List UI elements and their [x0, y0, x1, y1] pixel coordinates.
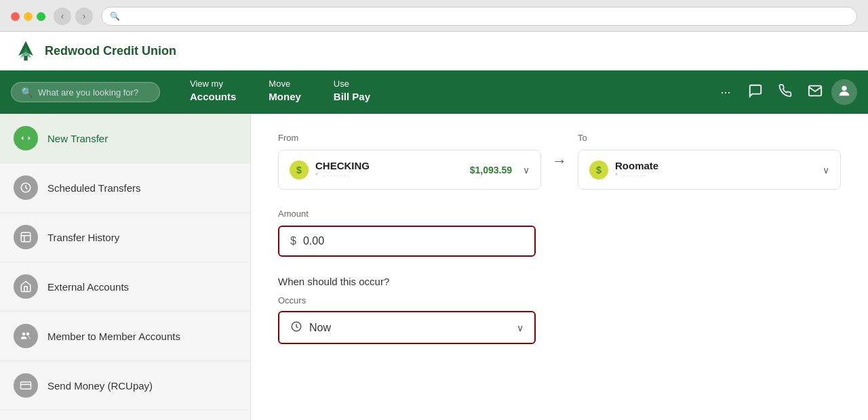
sidebar-item-new-transfer[interactable]: New Transfer	[0, 114, 250, 163]
search-icon: 🔍	[21, 87, 33, 98]
checking-balance: $1,093.59	[470, 165, 512, 175]
send-money-1-icon	[14, 373, 38, 398]
tab-move-money-bottom: Money	[269, 90, 301, 104]
sidebar-item-external-accounts[interactable]: External Accounts	[0, 262, 250, 312]
tab-move-money-top: Move	[269, 79, 290, 90]
nav-tabs: View my Accounts Move Money Use Bill Pay	[174, 70, 712, 114]
dollar-sign: $	[290, 235, 296, 247]
chat-icon	[748, 83, 763, 102]
to-label: To	[578, 133, 841, 143]
sidebar-label-transfer-history: Transfer History	[47, 232, 119, 243]
logo: Redwood Credit Union	[14, 39, 176, 63]
app-container: Redwood Credit Union 🔍 View my Accounts …	[0, 32, 868, 420]
from-account-card[interactable]: $ CHECKING * ········ $1,093.59 ∨	[278, 150, 541, 190]
roommate-number: * ·······	[615, 171, 816, 180]
to-chevron-icon: ∨	[823, 165, 829, 175]
tab-bill-pay-bottom: Bill Pay	[334, 90, 370, 104]
amount-input[interactable]	[303, 235, 524, 247]
roommate-name: Roomate	[615, 160, 816, 171]
more-icon: ···	[720, 85, 730, 100]
svg-point-6	[22, 333, 26, 336]
svg-point-3	[842, 85, 846, 90]
checking-number: * ········	[315, 171, 463, 180]
nav-actions: ···	[712, 79, 857, 106]
sidebar-label-new-transfer: New Transfer	[47, 133, 108, 144]
phone-icon	[778, 84, 792, 101]
tab-bill-pay-top: Use	[334, 79, 349, 90]
when-section: When should this occur? Occurs Now ∨	[278, 276, 841, 344]
transfer-arrow-icon: →	[552, 152, 567, 170]
search-input[interactable]	[38, 87, 150, 98]
minimize-button[interactable]	[24, 12, 33, 21]
sidebar-item-scheduled-transfers[interactable]: Scheduled Transfers	[0, 163, 250, 213]
svg-point-7	[26, 333, 30, 336]
when-label: When should this occur?	[278, 276, 841, 287]
chat-button[interactable]	[742, 79, 769, 106]
traffic-lights	[11, 12, 45, 21]
mail-icon	[808, 83, 823, 102]
sidebar: New Transfer Scheduled Transfers	[0, 114, 251, 420]
external-accounts-icon	[14, 274, 38, 299]
address-bar[interactable]: 🔍	[101, 7, 857, 26]
tab-move-money[interactable]: Move Money	[252, 70, 317, 114]
transfer-history-icon	[14, 225, 38, 249]
amount-label: Amount	[278, 209, 841, 219]
phone-button[interactable]	[772, 79, 799, 106]
clock-icon	[290, 320, 302, 335]
checking-info: CHECKING * ········	[315, 160, 463, 180]
from-label: From	[278, 133, 541, 143]
new-transfer-icon	[14, 126, 38, 150]
address-bar-search-icon: 🔍	[110, 12, 120, 21]
sidebar-label-scheduled-transfers: Scheduled Transfers	[47, 182, 141, 194]
browser-chrome: ‹ › 🔍	[0, 0, 868, 32]
sidebar-label-external-accounts: External Accounts	[47, 281, 129, 293]
user-icon	[837, 83, 852, 102]
maximize-button[interactable]	[37, 12, 45, 21]
svg-rect-8	[21, 382, 31, 390]
occurs-label: Occurs	[278, 295, 841, 306]
sidebar-item-send-money-1[interactable]: Send Money (RCUpay)	[0, 361, 250, 411]
member-to-member-icon	[14, 324, 38, 348]
logo-text: Redwood Credit Union	[45, 44, 176, 58]
forward-button[interactable]: ›	[75, 7, 93, 25]
svg-rect-5	[21, 232, 31, 242]
back-button[interactable]: ‹	[54, 7, 71, 25]
main-layout: New Transfer Scheduled Transfers	[0, 114, 868, 420]
svg-rect-2	[24, 56, 27, 60]
amount-section: Amount $	[278, 209, 841, 257]
scheduled-transfers-icon	[14, 175, 38, 200]
to-group: To $ Roomate * ······· ∨	[578, 133, 841, 190]
top-bar: Redwood Credit Union	[0, 32, 868, 70]
close-button[interactable]	[11, 12, 20, 21]
transfer-from-to-row: From $ CHECKING * ········ $1,093.59 ∨ →…	[278, 133, 841, 190]
amount-field[interactable]: $	[278, 226, 536, 257]
roommate-icon: $	[589, 161, 608, 180]
content-area: From $ CHECKING * ········ $1,093.59 ∨ →…	[251, 114, 868, 420]
search-box[interactable]: 🔍	[11, 82, 160, 102]
nav-bar: 🔍 View my Accounts Move Money Use Bill P…	[0, 70, 868, 114]
occurs-value: Now	[309, 322, 510, 334]
mail-button[interactable]	[802, 79, 829, 106]
logo-icon	[14, 39, 38, 63]
sidebar-label-send-money-1: Send Money (RCUpay)	[47, 380, 153, 392]
tab-bill-pay[interactable]: Use Bill Pay	[317, 70, 387, 114]
checking-name: CHECKING	[315, 160, 463, 171]
tab-view-accounts-bottom: Accounts	[190, 90, 236, 104]
user-avatar-button[interactable]	[831, 79, 857, 105]
roommate-info: Roomate * ·······	[615, 160, 816, 180]
more-button[interactable]: ···	[712, 79, 739, 106]
tab-view-accounts-top: View my	[190, 79, 223, 90]
sidebar-label-member-to-member: Member to Member Accounts	[47, 331, 180, 342]
browser-nav-buttons: ‹ ›	[54, 7, 93, 25]
tab-view-accounts[interactable]: View my Accounts	[174, 70, 252, 114]
from-group: From $ CHECKING * ········ $1,093.59 ∨	[278, 133, 541, 190]
from-chevron-icon: ∨	[523, 165, 530, 175]
sidebar-item-member-to-member[interactable]: Member to Member Accounts	[0, 312, 250, 361]
occurs-select[interactable]: Now ∨	[278, 311, 536, 344]
to-account-card[interactable]: $ Roomate * ······· ∨	[578, 150, 841, 190]
checking-icon: $	[290, 161, 309, 180]
occurs-chevron-icon: ∨	[517, 322, 524, 333]
sidebar-item-send-money-2[interactable]: Send Money (RCUpay)	[0, 411, 250, 420]
sidebar-item-transfer-history[interactable]: Transfer History	[0, 213, 250, 262]
